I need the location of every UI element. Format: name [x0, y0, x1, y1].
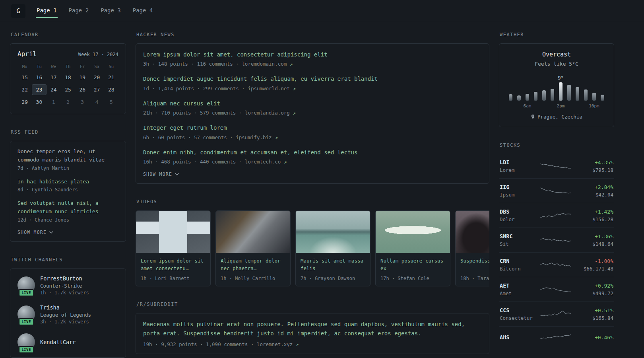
hacker-news-item-title[interactable]: Donec enim nibh, condimentum et accumsan… [143, 148, 482, 157]
calendar-day: 26 [75, 84, 89, 95]
page-tab[interactable]: Page 4 [132, 4, 154, 18]
stock-row[interactable]: AHS +0.46% [499, 326, 614, 348]
stock-sparkline [540, 332, 571, 343]
twitch-widget-title: TWITCH CHANNELS [11, 257, 126, 263]
hacker-news-item-title[interactable]: Lorem ipsum dolor sit amet, consectetur … [143, 50, 482, 59]
video-card[interactable]: Lorem ipsum dolor sit amet consectetu… 1… [136, 210, 211, 286]
external-link-icon[interactable]: ↗ [293, 110, 296, 116]
video-title[interactable]: Nullam posuere cursus ex [380, 257, 445, 272]
external-link-icon[interactable]: ↗ [296, 341, 299, 347]
video-card[interactable]: Aliquam tempor dolor nec phaetra… 1h · M… [215, 210, 291, 286]
video-card[interactable]: Suspendisse diam 18h · Tara [455, 210, 489, 286]
stock-quote: +0.92% $499.72 [575, 283, 613, 296]
avatar-wrap: LIVE [17, 333, 35, 351]
video-thumbnail[interactable] [216, 211, 290, 253]
twitch-channel[interactable]: LIVE ForrestBurton Counter-Strike 1h · 1… [17, 275, 118, 296]
video-title[interactable]: Mauris sit amet massa felis [301, 257, 365, 272]
video-card-body: Suspendisse diam 18h · Tara [456, 253, 489, 286]
twitch-channel[interactable]: LIVE Trisha League of Legends 3h · 1.2k … [17, 304, 118, 325]
page-tab[interactable]: Page 1 [36, 4, 58, 18]
hacker-news-item[interactable]: Donec imperdiet augue tincidunt felis al… [143, 74, 482, 91]
rss-item[interactable]: In hac habitasse platea 8d · Cynthia Sau… [17, 178, 118, 193]
stock-row[interactable]: LDI Lorem +4.35% $795.18 [499, 154, 614, 178]
calendar: April Week 17 · 2024 Mo Tu We Th [10, 43, 126, 114]
channel-name[interactable]: ForrestBurton [40, 275, 89, 282]
calendar-dow-label: Fr [75, 62, 89, 72]
external-link-icon[interactable]: ↗ [290, 61, 293, 67]
stock-sparkline [540, 210, 571, 221]
stock-row[interactable]: AET Amet +0.92% $499.72 [499, 277, 614, 302]
rss-show-more-button[interactable]: SHOW MORE [17, 230, 118, 235]
hacker-news-item[interactable]: Donec enim nibh, condimentum et accumsan… [143, 148, 482, 165]
channel-game: Counter-Strike [40, 283, 89, 289]
video-card[interactable]: Mauris sit amet massa felis 7h · Grayson… [295, 210, 370, 286]
rss-item-title[interactable]: Donec tempor eros leo, ut commodo mauris… [17, 148, 118, 164]
stock-symbol: CCS [500, 307, 536, 313]
hacker-news-item-title[interactable]: Aliquam nec cursus elit [143, 99, 482, 108]
weather-bar [509, 94, 512, 101]
twitch-channel[interactable]: LIVE KendallCarr [17, 333, 118, 351]
stock-symbol: DBS [500, 208, 536, 215]
location-pin-icon [531, 114, 535, 119]
channel-info: ForrestBurton Counter-Strike 1h · 1.7k v… [40, 275, 89, 296]
rss-item[interactable]: Sed volutpat nulla nisl, a condimentum n… [17, 199, 118, 223]
channel-name[interactable]: KendallCarr [40, 339, 76, 345]
video-card[interactable]: Nullam posuere cursus ex 17h · Stefan Co… [375, 210, 450, 286]
weather-hour-label: 2pm [557, 103, 565, 111]
videos-widget: VIDEOS Lorem ipsum dolor sit amet consec… [136, 199, 489, 286]
stocks-widget: STOCKS LDI Lorem +4.35% $795.18 [499, 142, 614, 348]
video-title[interactable]: Suspendisse diam [460, 257, 489, 272]
hacker-news-item-meta: 3h · 148 points · 116 comments · loremdo… [143, 61, 482, 67]
calendar-day: 2 [61, 97, 75, 107]
stock-sparkline [540, 185, 571, 197]
chevron-down-icon [49, 231, 53, 233]
rss-item-title[interactable]: Sed volutpat nulla nisl, a condimentum n… [17, 199, 118, 216]
hacker-news-list: Lorem ipsum dolor sit amet, consectetur … [136, 43, 489, 184]
hacker-news-item-title[interactable]: Donec imperdiet augue tincidunt felis al… [143, 74, 482, 83]
video-title[interactable]: Aliquam tempor dolor nec phaetra… [221, 257, 285, 272]
video-title[interactable]: Lorem ipsum dolor sit amet consectetu… [141, 257, 206, 272]
weather-bar-slot [601, 72, 604, 111]
external-link-icon[interactable]: ↗ [293, 86, 296, 91]
video-thumbnail[interactable] [296, 211, 370, 253]
external-link-icon[interactable]: ↗ [284, 159, 287, 165]
stock-change: +2.84% [575, 184, 613, 190]
video-meta: 17h · Stefan Cole [380, 276, 445, 281]
stock-row[interactable]: IIG Ipsum +2.84% $42.04 [499, 178, 614, 203]
page-tab[interactable]: Page 3 [100, 4, 122, 18]
stock-id: AHS [500, 334, 536, 340]
calendar-dow-label: Tu [32, 62, 46, 72]
hacker-news-item[interactable]: Aliquam nec cursus elit 21h · 710 points… [143, 99, 482, 116]
stock-row[interactable]: CCS Consectetur +0.51% $165.84 [499, 302, 614, 326]
weather-bar [526, 94, 529, 101]
hacker-news-item-title[interactable]: Integer eget rutrum lorem [143, 123, 482, 132]
channel-game: League of Legends [40, 312, 91, 318]
stock-id: DBS Dolor [500, 208, 536, 222]
app-logo[interactable]: G [11, 4, 25, 18]
stock-symbol: IIG [500, 184, 536, 190]
left-column: CALENDAR April Week 17 · 2024 Mo Tu We [10, 32, 126, 358]
stock-quote: +0.46% [575, 335, 613, 340]
hacker-news-item[interactable]: Lorem ipsum dolor sit amet, consectetur … [143, 50, 482, 67]
stock-row[interactable]: SNRC Sit +1.36% $148.64 [499, 228, 614, 252]
video-thumbnail[interactable] [136, 211, 210, 253]
rss-item-title[interactable]: In hac habitasse platea [17, 178, 118, 186]
hacker-news-show-more-button[interactable]: SHOW MORE [143, 171, 482, 177]
rss-item[interactable]: Donec tempor eros leo, ut commodo mauris… [17, 148, 118, 171]
hacker-news-item[interactable]: Integer eget rutrum lorem 6h · 60 points… [143, 123, 482, 140]
subreddit-post-title[interactable]: Maecenas mollis pulvinar erat non posuer… [143, 320, 482, 338]
external-link-icon[interactable]: ↗ [275, 134, 278, 140]
video-thumbnail[interactable] [456, 211, 489, 253]
weather-bar-slot: 10pm [592, 72, 596, 111]
stock-name: Bitcorn [500, 266, 536, 272]
stock-row[interactable]: DBS Dolor +1.42% $156.28 [499, 203, 614, 228]
video-thumbnail[interactable] [376, 211, 450, 253]
weather-bar-slot [584, 72, 588, 111]
subreddit-post[interactable]: Maecenas mollis pulvinar erat non posuer… [143, 320, 482, 347]
stock-quote: +2.84% $42.04 [575, 184, 613, 198]
stock-row[interactable]: CRN Bitcorn -1.00% $66,171.48 [499, 252, 614, 277]
channel-name[interactable]: Trisha [40, 304, 91, 311]
page-tab[interactable]: Page 2 [68, 4, 90, 18]
stock-quote: +0.51% $165.84 [575, 307, 613, 321]
show-more-label: SHOW MORE [17, 230, 47, 235]
